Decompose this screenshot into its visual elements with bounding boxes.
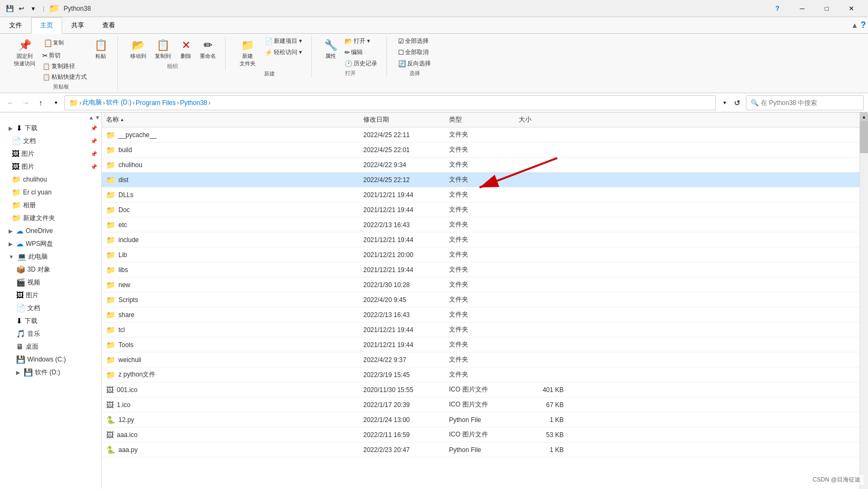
file-row[interactable]: 📁 build 2022/4/25 22:01 文件夹: [102, 142, 859, 157]
sidebar-item-onedrive[interactable]: ▶ ☁ OneDrive: [0, 224, 101, 237]
file-col-type: ICO 图片文件: [445, 385, 514, 394]
open-btn[interactable]: 📂 打开 ▾: [342, 36, 380, 46]
file-row[interactable]: 🐍 12.py 2022/1/24 13:00 Python File 1 KB: [102, 412, 859, 427]
sidebar-item-chulihou[interactable]: 📁 chulihou: [0, 173, 101, 186]
sidebar-item-download[interactable]: ▶ ⬇ 下载 📌: [0, 122, 101, 134]
sidebar-item-pictures[interactable]: 🖼 图片 📌: [0, 147, 101, 160]
tab-view[interactable]: 查看: [93, 17, 124, 34]
file-row[interactable]: 📁 chulihou 2022/4/22 9:34 文件夹: [102, 157, 859, 172]
ribbon-collapse-btn[interactable]: ▲: [851, 21, 858, 29]
quick-save-btn[interactable]: 💾: [4, 3, 15, 14]
file-row[interactable]: 📁 share 2022/2/13 16:43 文件夹: [102, 307, 859, 322]
rename-btn[interactable]: ✏ 重命名: [197, 36, 219, 62]
file-row[interactable]: 📁 etc 2022/2/13 16:43 文件夹: [102, 217, 859, 232]
cut-btn[interactable]: ✂ 剪切: [40, 50, 89, 61]
new-folder-btn[interactable]: 📁 新建文件夹: [234, 36, 261, 69]
sidebar-item-docs[interactable]: 📄 文档 📌: [0, 134, 101, 147]
forward-button[interactable]: →: [19, 96, 32, 109]
path-programfiles[interactable]: Program Files: [136, 99, 176, 107]
paste-btn[interactable]: 📋 粘贴: [91, 36, 111, 62]
file-row[interactable]: 🖼 001.ico 2020/11/30 15:55 ICO 图片文件 401 …: [102, 382, 859, 397]
move-to-btn[interactable]: 📂 移动到: [126, 36, 150, 62]
sidebar-item-video[interactable]: 🎬 视频: [0, 276, 101, 289]
sidebar-item-pic[interactable]: 🖼 图片: [0, 289, 101, 302]
scroll-down-btn[interactable]: ▼: [95, 115, 100, 121]
sidebar-item-wps[interactable]: ▶ ☁ WPS网盘: [0, 237, 101, 250]
properties-btn[interactable]: 🔧 属性: [320, 36, 341, 62]
dropdown-path-btn[interactable]: ▾: [718, 96, 731, 109]
path-drive[interactable]: 软件 (D:): [106, 98, 131, 107]
file-row[interactable]: 📁 Doc 2021/12/21 19:44 文件夹: [102, 202, 859, 217]
file-row[interactable]: 📁 Lib 2021/12/21 20:00 文件夹: [102, 247, 859, 262]
file-row[interactable]: 📁 libs 2021/12/21 19:44 文件夹: [102, 262, 859, 277]
maximize-button[interactable]: □: [814, 0, 839, 17]
close-button[interactable]: ✕: [839, 0, 864, 17]
sidebar-item-erciyuan[interactable]: 📁 Er ci yuan: [0, 186, 101, 199]
tab-share[interactable]: 共享: [62, 17, 93, 34]
file-row[interactable]: 🖼 1.ico 2022/1/17 20:39 ICO 图片文件 67 KB: [102, 397, 859, 412]
history-btn[interactable]: 🕐 历史记录: [342, 58, 380, 69]
file-row[interactable]: 🐍 aaa.py 2022/2/23 20:47 Python File 1 K…: [102, 442, 859, 457]
file-row[interactable]: 📁 Scripts 2022/4/20 9:45 文件夹: [102, 292, 859, 307]
col-header-date[interactable]: 修改日期: [359, 115, 445, 124]
new-item-btn[interactable]: 📄 新建项目 ▾: [262, 36, 305, 46]
file-row[interactable]: 📁 z python文件 2022/3/19 15:45 文件夹: [102, 367, 859, 382]
sidebar-item-dl[interactable]: ⬇ 下载: [0, 314, 101, 327]
sidebar-item-album[interactable]: 📁 相册: [0, 199, 101, 212]
recent-btn[interactable]: ▾: [49, 96, 62, 109]
help-button[interactable]: ?: [765, 0, 790, 17]
file-row[interactable]: 📁 Tools 2021/12/21 19:44 文件夹: [102, 337, 859, 352]
sidebar-item-document[interactable]: 📄 文档: [0, 302, 101, 314]
scroll-up-arrow[interactable]: ▲: [860, 112, 868, 121]
file-row[interactable]: 📁 new 2022/1/30 10:28 文件夹: [102, 277, 859, 292]
pin-to-quick-access-btn[interactable]: 📌 固定到快速访问: [11, 36, 39, 69]
up-button[interactable]: ↑: [34, 96, 47, 109]
search-input[interactable]: [761, 99, 857, 107]
file-row[interactable]: 📁 dist 2022/4/25 22:12 文件夹: [102, 172, 859, 187]
file-row[interactable]: 🖼 aaa.ico 2022/2/11 16:59 ICO 图片文件 53 KB: [102, 427, 859, 442]
sidebar-item-newfolder[interactable]: 📁 新建文件夹: [0, 212, 101, 224]
ribbon-help-btn[interactable]: ?: [860, 20, 866, 30]
address-path[interactable]: 📁 › 此电脑 › 软件 (D:) › Program Files › Pyth…: [64, 95, 716, 110]
path-python38[interactable]: Python38: [180, 99, 207, 107]
scroll-up-btn[interactable]: ▲: [88, 115, 94, 121]
file-row[interactable]: 📁 tcl 2021/12/21 19:44 文件夹: [102, 322, 859, 337]
sidebar-item-music[interactable]: 🎵 音乐: [0, 327, 101, 340]
refresh-button[interactable]: ↺: [731, 96, 744, 109]
tab-file[interactable]: 文件: [0, 17, 31, 34]
onedrive-icon: ☁: [16, 227, 24, 235]
sidebar-item-windows-c[interactable]: 💾 Windows (C:): [0, 353, 101, 366]
paste-shortcut-btn[interactable]: 📋 粘贴快捷方式: [40, 72, 89, 82]
copy-to-btn[interactable]: 📋 复制到: [151, 36, 175, 62]
file-row[interactable]: 📁 __pycache__ 2022/4/25 22:11 文件夹: [102, 127, 859, 142]
delete-btn[interactable]: ✕ 删除: [176, 36, 196, 62]
sidebar-item-pictures2[interactable]: 🖼 图片 📌: [0, 160, 101, 173]
path-thispc[interactable]: 此电脑: [83, 98, 102, 107]
sidebar-item-desktop[interactable]: 🖥 桌面: [0, 340, 101, 353]
scroll-thumb[interactable]: [860, 121, 868, 153]
edit-btn[interactable]: ✏ 编辑: [342, 47, 380, 57]
sidebar-item-thispc[interactable]: ▼ 💻 此电脑: [0, 250, 101, 263]
back-button[interactable]: ←: [4, 96, 17, 109]
quick-undo-btn[interactable]: ↩: [16, 3, 27, 14]
vertical-scrollbar[interactable]: ▲ ▼: [859, 112, 868, 489]
invert-selection-btn[interactable]: 🔄 反向选择: [395, 58, 433, 69]
tab-home[interactable]: 主页: [31, 17, 62, 34]
deselect-all-btn[interactable]: ☐ 全部取消: [395, 47, 433, 57]
sidebar-item-3d[interactable]: 📦 3D 对象: [0, 263, 101, 276]
search-box[interactable]: 🔍: [746, 95, 864, 110]
minimize-button[interactable]: ─: [790, 0, 814, 17]
copy-path-btn[interactable]: 📋 复制路径: [40, 61, 89, 71]
easy-access-btn[interactable]: ⚡ 轻松访问 ▾: [262, 47, 305, 57]
col-header-name[interactable]: 名称 ▲: [102, 115, 359, 124]
col-header-size[interactable]: 大小: [514, 115, 568, 124]
quick-dropdown-btn[interactable]: ▾: [28, 3, 39, 14]
file-row[interactable]: 📁 weichuli 2022/4/22 9:37 文件夹: [102, 352, 859, 367]
file-row[interactable]: 📁 DLLs 2021/12/21 19:44 文件夹: [102, 187, 859, 202]
file-row[interactable]: 📁 include 2021/12/21 19:44 文件夹: [102, 232, 859, 247]
sidebar-item-software-d[interactable]: ▶ 💾 软件 (D:): [0, 366, 101, 379]
col-header-type[interactable]: 类型: [445, 115, 514, 124]
select-all-btn[interactable]: ☑ 全部选择: [395, 36, 433, 46]
file-col-name: 📁 chulihou: [102, 161, 359, 169]
copy-btn[interactable]: 📋 复制: [40, 36, 89, 50]
